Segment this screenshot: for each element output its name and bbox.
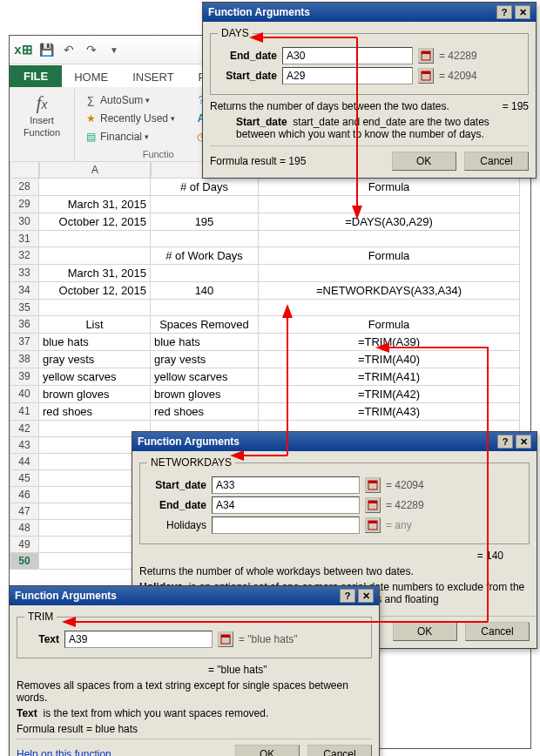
cell[interactable]: Formula bbox=[259, 179, 520, 196]
row-header[interactable]: 29 bbox=[10, 196, 39, 213]
help-link[interactable]: Help on this function bbox=[17, 748, 111, 756]
tab-file[interactable]: FILE bbox=[10, 65, 62, 87]
cell[interactable]: =TRIM(A42) bbox=[259, 386, 520, 403]
cell[interactable]: =NETWORKDAYS(A33,A34) bbox=[259, 282, 520, 300]
row-header[interactable]: 46 bbox=[10, 487, 39, 503]
row-header[interactable]: 30 bbox=[10, 213, 39, 231]
cell[interactable]: gray vests bbox=[151, 351, 259, 368]
cell[interactable] bbox=[151, 300, 259, 316]
autosum-button[interactable]: ∑AutoSum ▾ bbox=[82, 91, 177, 109]
row-header[interactable]: 48 bbox=[10, 520, 39, 537]
end-date-input[interactable] bbox=[282, 47, 413, 64]
cell[interactable]: Formula bbox=[259, 247, 520, 265]
tab-home[interactable]: HOME bbox=[62, 66, 120, 87]
recently-used-button[interactable]: ★Recently Used ▾ bbox=[82, 110, 177, 127]
insert-function-button[interactable]: InsertFunction bbox=[17, 114, 67, 138]
range-picker-icon[interactable] bbox=[365, 477, 381, 493]
row-header[interactable]: 32 bbox=[10, 247, 39, 265]
row-header[interactable]: 35 bbox=[10, 300, 39, 316]
cell[interactable]: red shoes bbox=[39, 403, 151, 421]
cell[interactable]: =TRIM(A41) bbox=[259, 368, 520, 386]
row-header[interactable]: 39 bbox=[10, 368, 39, 386]
row-header[interactable]: 38 bbox=[10, 351, 39, 368]
cell[interactable] bbox=[259, 196, 520, 213]
cell[interactable] bbox=[39, 300, 151, 316]
cell[interactable]: =DAYS(A30,A29) bbox=[259, 213, 520, 231]
range-picker-icon[interactable] bbox=[365, 517, 381, 533]
row-header[interactable]: 42 bbox=[10, 421, 39, 437]
qat-dropdown-icon[interactable]: ▼ bbox=[105, 40, 124, 59]
cell[interactable]: blue hats bbox=[151, 334, 259, 351]
redo-icon[interactable]: ↷ bbox=[82, 40, 101, 59]
cell[interactable] bbox=[151, 231, 259, 247]
range-picker-icon[interactable] bbox=[218, 631, 233, 647]
help-icon[interactable]: ? bbox=[496, 5, 512, 19]
cell[interactable]: brown gloves bbox=[151, 386, 259, 403]
cell[interactable]: =TRIM(A40) bbox=[259, 351, 520, 368]
row-header[interactable]: 45 bbox=[10, 470, 39, 487]
cell[interactable]: March 31, 2015 bbox=[39, 265, 151, 282]
cell[interactable]: red shoes bbox=[151, 403, 259, 421]
cell[interactable]: 195 bbox=[151, 213, 259, 231]
dialog-title-bar[interactable]: Function Arguments ? ✕ bbox=[132, 432, 537, 451]
row-header[interactable]: 36 bbox=[10, 316, 39, 334]
cell[interactable]: yellow scarves bbox=[151, 368, 259, 386]
row-header[interactable]: 33 bbox=[10, 265, 39, 282]
cell[interactable] bbox=[259, 231, 520, 247]
cell[interactable]: List bbox=[39, 316, 151, 334]
close-icon[interactable]: ✕ bbox=[516, 435, 531, 449]
undo-icon[interactable]: ↶ bbox=[59, 40, 78, 59]
cell[interactable]: yellow scarves bbox=[39, 368, 151, 386]
col-header-a[interactable]: A bbox=[39, 162, 151, 179]
dialog-title-bar[interactable]: Function Arguments ? ✕ bbox=[203, 3, 536, 22]
row-header[interactable]: 37 bbox=[10, 334, 39, 351]
ok-button[interactable]: OK bbox=[393, 622, 457, 641]
financial-button[interactable]: ▤Financial ▾ bbox=[82, 128, 177, 145]
row-header[interactable]: 34 bbox=[10, 282, 39, 300]
cell[interactable]: October 12, 2015 bbox=[39, 213, 151, 231]
cancel-button[interactable]: Cancel bbox=[464, 152, 529, 171]
row-header[interactable]: 40 bbox=[10, 386, 39, 403]
end-date-input[interactable] bbox=[212, 496, 360, 514]
cell[interactable]: March 31, 2015 bbox=[39, 196, 151, 213]
close-icon[interactable]: ✕ bbox=[515, 5, 530, 19]
cell[interactable] bbox=[39, 179, 151, 196]
cell[interactable] bbox=[151, 196, 259, 213]
row-header[interactable]: 44 bbox=[10, 454, 39, 470]
ok-button[interactable]: OK bbox=[392, 152, 456, 171]
cell[interactable] bbox=[151, 265, 259, 282]
fx-icon[interactable]: fx bbox=[36, 91, 47, 114]
tab-insert[interactable]: INSERT bbox=[120, 66, 186, 87]
save-icon[interactable]: 💾 bbox=[37, 40, 56, 59]
cell[interactable] bbox=[259, 265, 520, 282]
text-input[interactable] bbox=[64, 631, 213, 648]
cell[interactable] bbox=[39, 247, 151, 265]
cell[interactable]: brown gloves bbox=[39, 386, 151, 403]
row-header[interactable]: 28 bbox=[10, 179, 39, 196]
start-date-input[interactable] bbox=[282, 67, 413, 84]
cell[interactable]: 140 bbox=[151, 282, 259, 300]
cell[interactable]: gray vests bbox=[39, 351, 151, 368]
row-header[interactable]: 49 bbox=[10, 537, 39, 553]
cell[interactable]: =TRIM(A39) bbox=[259, 334, 520, 351]
cell[interactable]: =TRIM(A43) bbox=[259, 403, 520, 421]
help-icon[interactable]: ? bbox=[340, 589, 355, 603]
cell[interactable] bbox=[39, 231, 151, 247]
cell[interactable]: October 12, 2015 bbox=[39, 282, 151, 300]
cancel-button[interactable]: Cancel bbox=[307, 745, 372, 756]
holidays-input[interactable] bbox=[212, 516, 360, 534]
cell[interactable]: blue hats bbox=[39, 334, 151, 351]
row-header[interactable]: 31 bbox=[10, 231, 39, 247]
range-picker-icon[interactable] bbox=[418, 68, 434, 84]
corner-header[interactable] bbox=[10, 162, 39, 179]
range-picker-icon[interactable] bbox=[418, 48, 434, 64]
dialog-title-bar[interactable]: Function Arguments ? ✕ bbox=[10, 586, 379, 605]
cell[interactable]: # of Work Days bbox=[151, 247, 259, 265]
cancel-button[interactable]: Cancel bbox=[465, 622, 530, 641]
cell[interactable] bbox=[259, 300, 520, 316]
row-header[interactable]: 41 bbox=[10, 403, 39, 421]
row-header[interactable]: 50 bbox=[10, 553, 39, 570]
range-picker-icon[interactable] bbox=[365, 497, 381, 513]
cell[interactable]: Formula bbox=[259, 316, 520, 334]
row-header[interactable]: 43 bbox=[10, 437, 39, 454]
